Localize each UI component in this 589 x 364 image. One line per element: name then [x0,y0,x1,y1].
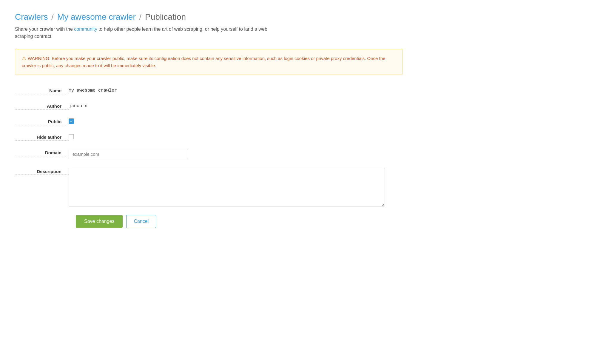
breadcrumb-sep2: / [139,12,144,21]
hide-author-checkbox[interactable]: ✓ [69,134,74,139]
breadcrumb-current: Publication [145,12,186,21]
domain-input[interactable] [69,149,188,159]
hide-author-checkbox-wrapper: ✓ [69,133,74,139]
public-checkbox-wrapper: ✓ [69,118,74,124]
warning-box: ⚠WARNING: Before you make your crawler p… [15,49,403,75]
public-label: Public [15,118,69,125]
form-row-description: Description [15,168,403,206]
page-subtitle: Share your crawler with the community to… [15,26,283,40]
community-link[interactable]: community [74,27,97,32]
name-label: Name [15,87,69,94]
breadcrumb: Crawlers / My awesome crawler / Publicat… [15,12,574,22]
cancel-button[interactable]: Cancel [126,215,156,228]
form-row-domain: Domain [15,149,403,159]
breadcrumb-sep1: / [51,12,56,21]
warning-message: WARNING: Before you make your crawler pu… [22,56,385,68]
description-textarea[interactable] [69,168,385,206]
form-row-name: Name My awesome crawler [15,87,403,94]
subtitle-text-before: Share your crawler with the [15,27,74,32]
breadcrumb-crawler-link[interactable]: My awesome crawler [57,12,136,21]
author-label: Author [15,102,69,109]
form-row-public: Public ✓ [15,118,403,125]
description-label: Description [15,168,69,175]
publication-form: Name My awesome crawler Author jancurn P… [15,87,403,228]
public-checkbox[interactable]: ✓ [69,118,74,124]
warning-icon: ⚠ [22,56,26,61]
button-row: Save changes Cancel [76,215,403,228]
public-checkmark: ✓ [70,119,73,123]
author-value: jancurn [69,102,87,109]
domain-label: Domain [15,149,69,156]
save-button[interactable]: Save changes [76,215,123,228]
breadcrumb-crawlers-link[interactable]: Crawlers [15,12,48,21]
name-value: My awesome crawler [69,87,117,93]
form-row-hide-author: Hide author ✓ [15,133,403,141]
hide-author-label: Hide author [15,133,69,141]
form-row-author: Author jancurn [15,102,403,109]
warning-text: ⚠WARNING: Before you make your crawler p… [22,55,396,70]
